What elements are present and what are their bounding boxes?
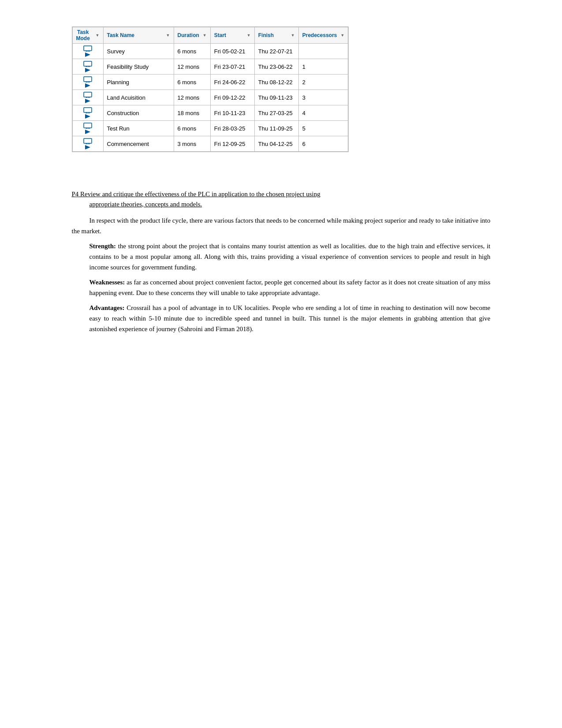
monitor-icon <box>83 123 92 129</box>
gantt-table-wrapper: TaskMode ▼ Task Name ▼ Duration ▼ <box>72 26 349 152</box>
svg-rect-15 <box>84 92 92 97</box>
predecessors-cell <box>298 44 348 59</box>
weaknesses-text: as far as concerned about project conven… <box>89 279 491 296</box>
predecessors-cell: 2 <box>298 75 348 90</box>
svg-marker-19 <box>85 99 90 103</box>
th-start-arrow[interactable]: ▼ <box>247 33 251 37</box>
th-predecessors-arrow[interactable]: ▼ <box>341 33 345 37</box>
monitor-icon <box>83 138 92 144</box>
task-name-cell: Land Acuisition <box>103 90 174 105</box>
task-name-cell: Commencement <box>103 136 174 152</box>
table-row: Commencement3 monsFri 12-09-25Thu 04-12-… <box>72 136 348 152</box>
task-mode-cell <box>72 75 103 90</box>
start-cell: Fri 10-11-23 <box>210 105 254 121</box>
svg-rect-25 <box>84 123 92 128</box>
p4-weaknesses-para: Weaknesses: as far as concerned about pr… <box>72 277 491 298</box>
table-row: Planning6 monsFri 24-06-22Thu 08-12-222 <box>72 75 348 90</box>
table-row: Construction18 monsFri 10-11-23Thu 27-03… <box>72 105 348 121</box>
th-task-name[interactable]: Task Name ▼ <box>103 27 174 44</box>
start-cell: Fri 28-03-25 <box>210 121 254 136</box>
task-mode-cell <box>72 59 103 75</box>
monitor-icon <box>83 45 92 52</box>
task-mode-cell <box>72 121 103 136</box>
task-mode-icon <box>76 76 100 88</box>
svg-marker-24 <box>85 114 90 119</box>
svg-marker-9 <box>85 68 90 72</box>
predecessors-cell: 5 <box>298 121 348 136</box>
p4-advantages-para: Advantages: Crossrail has a pool of adva… <box>72 302 491 334</box>
monitor-icon <box>83 92 92 98</box>
task-name-cell: Survey <box>103 44 174 59</box>
th-task-mode[interactable]: TaskMode ▼ <box>72 27 103 44</box>
arrow-icon <box>85 68 90 72</box>
p4-section: P4 Review and critique the effectiveness… <box>72 189 491 334</box>
th-finish-arrow[interactable]: ▼ <box>291 33 295 37</box>
monitor-icon <box>83 76 92 82</box>
arrow-icon <box>85 130 90 134</box>
task-mode-cell <box>72 44 103 59</box>
table-row: Test Run6 monsFri 28-03-25Thu 11-09-255 <box>72 121 348 136</box>
task-mode-cell <box>72 136 103 152</box>
task-name-cell: Test Run <box>103 121 174 136</box>
th-start[interactable]: Start ▼ <box>210 27 254 44</box>
table-row: Survey6 monsFri 05-02-21Thu 22-07-21 <box>72 44 348 59</box>
th-predecessors[interactable]: Predecessors ▼ <box>298 27 348 44</box>
arrow-icon <box>85 99 90 103</box>
strength-label: Strength: <box>89 243 116 250</box>
th-duration[interactable]: Duration ▼ <box>174 27 210 44</box>
duration-cell: 18 mons <box>174 105 210 121</box>
predecessors-cell: 1 <box>298 59 348 75</box>
task-mode-icon <box>76 45 100 57</box>
th-predecessors-label: Predecessors <box>302 32 337 38</box>
start-cell: Fri 24-06-22 <box>210 75 254 90</box>
p4-strength-para: Strength: the strong point about the pro… <box>72 241 491 273</box>
task-mode-cell <box>72 90 103 105</box>
th-duration-arrow[interactable]: ▼ <box>203 33 207 37</box>
th-finish[interactable]: Finish ▼ <box>254 27 298 44</box>
start-cell: Fri 05-02-21 <box>210 44 254 59</box>
duration-cell: 12 mons <box>174 90 210 105</box>
finish-cell: Thu 08-12-22 <box>254 75 298 90</box>
finish-cell: Thu 27-03-25 <box>254 105 298 121</box>
task-mode-icon <box>76 123 100 134</box>
duration-cell: 6 mons <box>174 121 210 136</box>
svg-rect-10 <box>84 77 92 82</box>
th-start-label: Start <box>214 32 226 38</box>
weaknesses-label: Weaknesses: <box>89 279 125 286</box>
gantt-table: TaskMode ▼ Task Name ▼ Duration ▼ <box>72 27 349 152</box>
p4-heading-line2: appropriate theories, concepts and model… <box>72 199 491 209</box>
monitor-icon <box>83 61 92 67</box>
advantages-text: Crossrail has a pool of advantage in to … <box>89 304 491 332</box>
th-task-name-label: Task Name <box>107 32 134 38</box>
svg-marker-4 <box>85 52 90 57</box>
monitor-icon <box>83 107 92 113</box>
start-cell: Fri 12-09-25 <box>210 136 254 152</box>
svg-marker-29 <box>85 130 90 134</box>
duration-cell: 6 mons <box>174 44 210 59</box>
duration-cell: 3 mons <box>174 136 210 152</box>
th-task-mode-label: TaskMode <box>76 29 90 41</box>
task-name-cell: Planning <box>103 75 174 90</box>
svg-marker-34 <box>85 145 90 149</box>
svg-rect-20 <box>84 108 92 112</box>
svg-rect-30 <box>84 138 92 143</box>
arrow-icon <box>85 145 90 149</box>
finish-cell: Thu 23-06-22 <box>254 59 298 75</box>
th-task-mode-arrow[interactable]: ▼ <box>96 33 100 37</box>
task-name-cell: Feasibility Study <box>103 59 174 75</box>
task-name-cell: Construction <box>103 105 174 121</box>
task-mode-icon <box>76 92 100 103</box>
th-task-name-arrow[interactable]: ▼ <box>166 33 170 37</box>
start-cell: Fri 09-12-22 <box>210 90 254 105</box>
th-duration-label: Duration <box>178 32 199 38</box>
finish-cell: Thu 09-11-23 <box>254 90 298 105</box>
finish-cell: Thu 04-12-25 <box>254 136 298 152</box>
task-mode-cell <box>72 105 103 121</box>
finish-cell: Thu 11-09-25 <box>254 121 298 136</box>
svg-marker-14 <box>85 83 90 88</box>
table-row: Feasibility Study12 monsFri 23-07-21Thu … <box>72 59 348 75</box>
arrow-icon <box>85 114 90 119</box>
duration-cell: 6 mons <box>174 75 210 90</box>
svg-rect-0 <box>84 46 92 51</box>
advantages-label: Advantages: <box>89 304 125 311</box>
